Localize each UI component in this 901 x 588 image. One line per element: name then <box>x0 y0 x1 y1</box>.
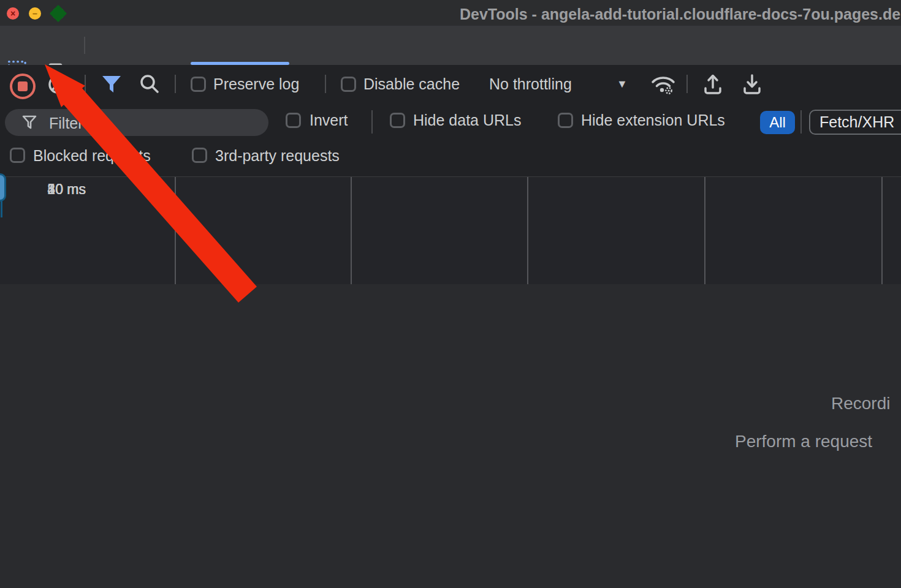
request-type-all-button[interactable]: All <box>760 111 795 134</box>
third-party-requests-checkbox[interactable] <box>192 148 207 163</box>
import-har-icon <box>702 73 723 96</box>
network-conditions-button[interactable] <box>650 73 677 96</box>
tabbar-separator <box>84 37 85 54</box>
blocked-requests-checkbox[interactable] <box>10 148 25 163</box>
clear-button[interactable] <box>48 75 67 94</box>
all-label: All <box>769 114 786 131</box>
zoom-icon[interactable] <box>52 7 64 20</box>
perform-request-hint-text: Perform a request <box>735 432 872 451</box>
hide-extension-urls-label[interactable]: Hide extension URLs <box>581 113 725 128</box>
preserve-log-checkbox[interactable] <box>191 77 206 92</box>
filter-toggle-button[interactable] <box>101 75 122 94</box>
timeline-gridline <box>351 177 352 285</box>
toolbar-separator <box>175 75 176 93</box>
filter-separator <box>800 110 802 134</box>
timeline-gridline <box>527 177 528 285</box>
disable-cache-checkbox[interactable] <box>341 77 356 92</box>
throttling-select[interactable]: No throttling <box>489 77 572 92</box>
devtools-tabbar: Console Network Sources Performance Memo… <box>0 26 901 65</box>
timeline-gridline <box>881 177 883 285</box>
timeline-tick-label: 50 ms <box>0 181 86 198</box>
invert-label[interactable]: Invert <box>310 113 348 128</box>
record-stop-button[interactable] <box>10 74 36 99</box>
disable-cache-label[interactable]: Disable cache <box>363 77 460 92</box>
network-filter-row: Invert Hide data URLs Hide extension URL… <box>0 103 901 140</box>
request-type-fetch-xhr-button[interactable]: Fetch/XHR <box>809 110 901 135</box>
filter-funnel-icon <box>22 115 37 130</box>
toolbar-separator <box>85 75 86 93</box>
network-filter-row-2: Blocked requests 3rd-party requests <box>0 140 901 176</box>
timeline-gridline <box>175 177 176 285</box>
toolbar-separator <box>325 75 326 93</box>
chevron-down-icon[interactable]: ▼ <box>617 78 628 91</box>
filter-input[interactable] <box>48 114 253 132</box>
toolbar-separator <box>686 75 688 93</box>
recording-hint-text: Recordi <box>831 394 890 413</box>
invert-checkbox[interactable] <box>286 113 301 128</box>
timeline-resize-handle[interactable] <box>0 173 6 202</box>
hide-extension-urls-checkbox[interactable] <box>558 113 573 128</box>
third-party-requests-label[interactable]: 3rd-party requests <box>215 148 340 164</box>
search-icon <box>139 74 160 94</box>
blocked-requests-label[interactable]: Blocked requests <box>33 148 151 164</box>
timeline-gridline <box>704 177 705 285</box>
timeline-handle-line <box>1 200 2 217</box>
filter-field[interactable] <box>5 109 268 136</box>
import-har-button[interactable] <box>702 73 723 96</box>
close-icon[interactable]: × <box>7 7 19 20</box>
filter-separator <box>371 110 373 134</box>
network-toolbar: Preserve log Disable cache No throttling… <box>0 65 901 103</box>
minimize-icon[interactable]: – <box>29 7 41 20</box>
window-title: DevTools - angela-add-tutorial.cloudflar… <box>460 6 900 23</box>
export-har-button[interactable] <box>742 73 762 96</box>
network-conditions-icon <box>650 73 677 96</box>
export-har-icon <box>742 73 762 96</box>
request-list-empty-area: Recordi Perform a request <box>0 284 901 588</box>
hide-data-urls-label[interactable]: Hide data URLs <box>413 113 521 128</box>
filter-icon <box>101 75 122 94</box>
hide-data-urls-checkbox[interactable] <box>390 113 405 128</box>
clear-icon <box>48 75 67 94</box>
fetch-xhr-label: Fetch/XHR <box>819 113 894 131</box>
network-overview-timeline[interactable]: 10 ms 20 ms 30 ms 40 ms 50 ms <box>0 176 901 286</box>
preserve-log-label[interactable]: Preserve log <box>213 77 299 92</box>
search-button[interactable] <box>139 74 160 94</box>
titlebar: × – DevTools - angela-add-tutorial.cloud… <box>0 0 901 26</box>
